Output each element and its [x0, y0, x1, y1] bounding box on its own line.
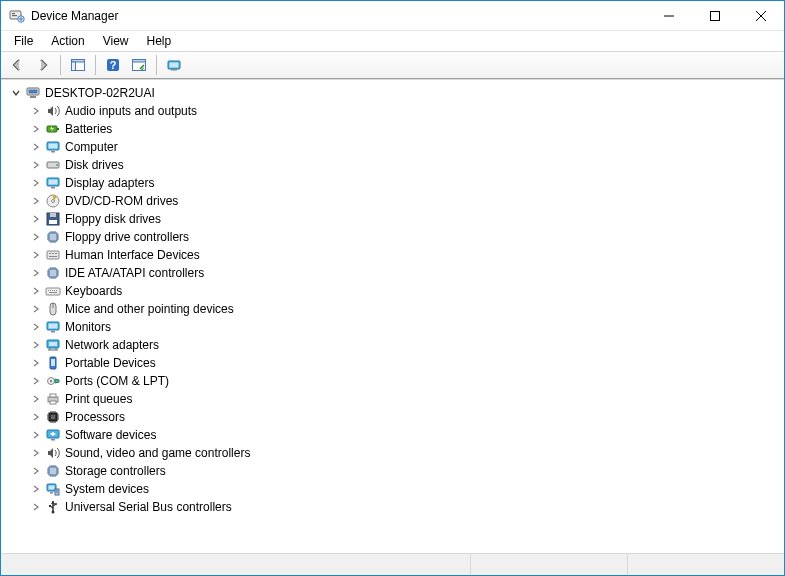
tree-category[interactable]: Universal Serial Bus controllers: [7, 498, 784, 516]
device-tree[interactable]: DESKTOP-02R2UAI Audio inputs and outputs…: [1, 79, 784, 553]
svg-point-56: [50, 380, 52, 382]
svg-rect-27: [51, 187, 55, 189]
svg-rect-46: [49, 292, 57, 293]
tree-category[interactable]: Floppy disk drives: [7, 210, 784, 228]
chevron-right-icon[interactable]: [29, 428, 43, 442]
chevron-right-icon[interactable]: [29, 212, 43, 226]
menu-action[interactable]: Action: [42, 32, 93, 50]
chevron-right-icon[interactable]: [29, 266, 43, 280]
chevron-right-icon[interactable]: [29, 482, 43, 496]
toolbar-separator: [156, 55, 157, 75]
chevron-right-icon[interactable]: [29, 464, 43, 478]
chevron-right-icon[interactable]: [29, 446, 43, 460]
svg-rect-43: [52, 290, 53, 291]
tree-category-label: Keyboards: [65, 284, 122, 298]
svg-rect-64: [49, 467, 57, 475]
maximize-button[interactable]: [692, 1, 738, 30]
svg-rect-36: [52, 253, 54, 254]
show-hide-tree-button[interactable]: [66, 54, 90, 76]
chevron-down-icon[interactable]: [9, 86, 23, 100]
svg-rect-2: [12, 15, 17, 16]
tree-category[interactable]: Network adapters: [7, 336, 784, 354]
close-button[interactable]: [738, 1, 784, 30]
chip-icon: [45, 463, 61, 479]
chevron-right-icon[interactable]: [29, 230, 43, 244]
speaker-icon: [45, 103, 61, 119]
system-icon: [45, 481, 61, 497]
mouse-icon: [45, 301, 61, 317]
tree-category[interactable]: System devices: [7, 480, 784, 498]
svg-rect-14: [171, 69, 177, 71]
tree-category[interactable]: Computer: [7, 138, 784, 156]
tree-category[interactable]: Keyboards: [7, 282, 784, 300]
status-cell: [470, 554, 627, 575]
tree-category[interactable]: DVD/CD-ROM drives: [7, 192, 784, 210]
chevron-right-icon[interactable]: [29, 176, 43, 190]
toolbar-separator: [95, 55, 96, 75]
titlebar: Device Manager: [1, 1, 784, 31]
svg-rect-26: [49, 180, 58, 185]
tree-category[interactable]: Sound, video and game controllers: [7, 444, 784, 462]
tree-category[interactable]: Batteries: [7, 120, 784, 138]
tree-category-label: Floppy disk drives: [65, 212, 161, 226]
monitor-icon: [45, 319, 61, 335]
tree-category[interactable]: Monitors: [7, 318, 784, 336]
tree-category-label: Human Interface Devices: [65, 248, 200, 262]
tree-category[interactable]: Portable Devices: [7, 354, 784, 372]
tree-category[interactable]: Floppy drive controllers: [7, 228, 784, 246]
svg-rect-19: [57, 128, 59, 130]
svg-rect-21: [49, 144, 58, 149]
tree-root[interactable]: DESKTOP-02R2UAI: [7, 84, 784, 102]
menu-view[interactable]: View: [94, 32, 138, 50]
tree-category[interactable]: Ports (COM & LPT): [7, 372, 784, 390]
window-title: Device Manager: [31, 9, 118, 23]
chevron-right-icon[interactable]: [29, 140, 43, 154]
chevron-right-icon[interactable]: [29, 248, 43, 262]
svg-rect-37: [55, 253, 57, 254]
tree-category-label: Network adapters: [65, 338, 159, 352]
floppy-icon: [45, 211, 61, 227]
svg-rect-58: [50, 394, 56, 397]
chevron-right-icon[interactable]: [29, 122, 43, 136]
tree-category[interactable]: Processors: [7, 408, 784, 426]
menu-file[interactable]: File: [5, 32, 42, 50]
tree-category-label: Mice and other pointing devices: [65, 302, 234, 316]
help-button[interactable]: ?: [101, 54, 125, 76]
tree-category[interactable]: Display adapters: [7, 174, 784, 192]
chevron-right-icon[interactable]: [29, 158, 43, 172]
tree-category-label: IDE ATA/ATAPI controllers: [65, 266, 204, 280]
app-icon: [9, 8, 25, 24]
svg-rect-33: [49, 233, 57, 241]
tree-category[interactable]: Disk drives: [7, 156, 784, 174]
chevron-right-icon[interactable]: [29, 104, 43, 118]
tree-category[interactable]: Storage controllers: [7, 462, 784, 480]
chevron-right-icon[interactable]: [29, 194, 43, 208]
chevron-right-icon[interactable]: [29, 356, 43, 370]
tree-category[interactable]: Audio inputs and outputs: [7, 102, 784, 120]
chevron-right-icon[interactable]: [29, 374, 43, 388]
tree-category[interactable]: IDE ATA/ATAPI controllers: [7, 264, 784, 282]
svg-rect-50: [51, 331, 55, 333]
svg-rect-11: [133, 60, 146, 63]
scan-hardware-button[interactable]: [127, 54, 151, 76]
chevron-right-icon[interactable]: [29, 284, 43, 298]
show-hidden-devices-button[interactable]: [162, 54, 186, 76]
svg-rect-40: [46, 288, 60, 295]
chevron-right-icon[interactable]: [29, 302, 43, 316]
back-button[interactable]: [5, 54, 29, 76]
tree-category[interactable]: Software devices: [7, 426, 784, 444]
tree-category[interactable]: Print queues: [7, 390, 784, 408]
minimize-button[interactable]: [646, 1, 692, 30]
chevron-right-icon[interactable]: [29, 500, 43, 514]
chevron-right-icon[interactable]: [29, 338, 43, 352]
tree-category-label: System devices: [65, 482, 149, 496]
forward-button[interactable]: [31, 54, 55, 76]
tree-category[interactable]: Mice and other pointing devices: [7, 300, 784, 318]
tree-category[interactable]: Human Interface Devices: [7, 246, 784, 264]
chevron-right-icon[interactable]: [29, 320, 43, 334]
status-cell: [627, 554, 784, 575]
chevron-right-icon[interactable]: [29, 392, 43, 406]
menu-help[interactable]: Help: [138, 32, 181, 50]
chevron-right-icon[interactable]: [29, 410, 43, 424]
computer-icon: [25, 85, 41, 101]
